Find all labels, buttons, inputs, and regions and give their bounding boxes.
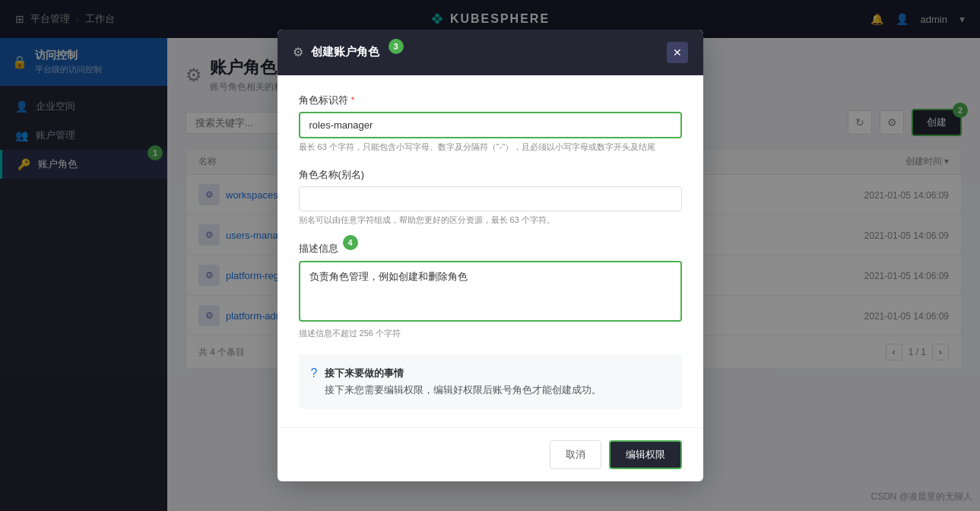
modal-close-button[interactable]: ✕ [667, 42, 688, 63]
modal-header: ⚙ 创建账户角色 3 ✕ [278, 30, 703, 75]
desc-textarea[interactable]: 负责角色管理，例如创建和删除角色 [299, 261, 682, 322]
form-group-role-id: 角色标识符 * 最长 63 个字符，只能包含小写字母、数字及分隔符（"-"），且… [299, 94, 682, 153]
edit-permissions-button[interactable]: 编辑权限 [609, 440, 682, 469]
alias-label: 角色名称(别名) [299, 168, 682, 182]
next-steps-title: 接下来要做的事情 [325, 367, 404, 379]
modal-overlay: ⚙ 创建账户角色 3 ✕ 角色标识符 * 最长 63 个字符，只能包含小写字母、… [0, 0, 980, 511]
alias-hint: 别名可以由任意字符组成，帮助您更好的区分资源，最长 63 个字符。 [299, 214, 682, 226]
cancel-button[interactable]: 取消 [550, 440, 601, 469]
next-steps-content: 接下来您需要编辑权限，编辑好权限后账号角色才能创建成功。 [325, 384, 601, 395]
desc-label: 描述信息 4 [299, 241, 682, 256]
next-steps-text: 接下来要做的事情 接下来您需要编辑权限，编辑好权限后账号角色才能创建成功。 [325, 365, 601, 398]
info-icon: ? [311, 367, 318, 380]
modal-body: 角色标识符 * 最长 63 个字符，只能包含小写字母、数字及分隔符（"-"），且… [278, 75, 703, 427]
required-marker: * [351, 94, 355, 106]
desc-hint: 描述信息不超过 256 个字符 [299, 328, 682, 339]
role-id-input[interactable] [299, 112, 682, 138]
form-group-alias: 角色名称(别名) 别名可以由任意字符组成，帮助您更好的区分资源，最长 63 个字… [299, 168, 682, 226]
next-steps: ? 接下来要做的事情 接下来您需要编辑权限，编辑好权限后账号角色才能创建成功。 [299, 354, 682, 409]
modal: ⚙ 创建账户角色 3 ✕ 角色标识符 * 最长 63 个字符，只能包含小写字母、… [278, 30, 703, 481]
role-id-label: 角色标识符 * [299, 94, 682, 107]
role-id-hint: 最长 63 个字符，只能包含小写字母、数字及分隔符（"-"），且必须以小写字母或… [299, 141, 682, 153]
modal-header-left: ⚙ 创建账户角色 3 [293, 45, 402, 60]
badge-3: 3 [389, 39, 404, 54]
modal-title: 创建账户角色 [311, 45, 379, 59]
form-group-desc: 描述信息 4 负责角色管理，例如创建和删除角色 描述信息不超过 256 个字符 [299, 241, 682, 339]
modal-title-icon: ⚙ [293, 45, 303, 59]
badge-4: 4 [343, 235, 358, 250]
modal-footer: 取消 编辑权限 [278, 427, 703, 481]
alias-input[interactable] [299, 186, 682, 211]
